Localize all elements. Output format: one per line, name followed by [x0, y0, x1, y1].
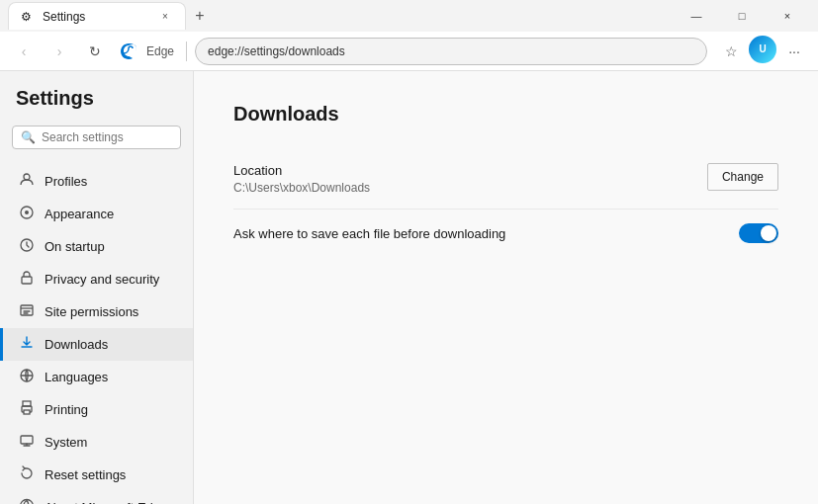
- refresh-button[interactable]: ↻: [79, 36, 111, 67]
- svg-point-0: [24, 174, 30, 180]
- page-title: Downloads: [233, 103, 778, 126]
- system-label: System: [45, 435, 87, 450]
- minimize-button[interactable]: —: [674, 0, 719, 32]
- profiles-label: Profiles: [45, 174, 87, 189]
- printing-icon: [19, 400, 35, 419]
- languages-icon: [19, 368, 35, 386]
- sidebar-item-startup[interactable]: On startup: [0, 230, 193, 263]
- more-button[interactable]: ···: [778, 36, 810, 67]
- appearance-icon: [19, 205, 35, 223]
- sidebar-item-languages[interactable]: Languages: [0, 361, 193, 393]
- sidebar-item-system[interactable]: System: [0, 426, 193, 459]
- about-label: About Microsoft Edge: [45, 500, 167, 504]
- tab-title: Settings: [43, 10, 85, 24]
- sidebar-item-site-permissions[interactable]: Site permissions: [0, 295, 193, 328]
- site-permissions-icon: [19, 302, 35, 321]
- profile-button[interactable]: U: [749, 36, 776, 63]
- svg-rect-4: [22, 277, 32, 284]
- reset-label: Reset settings: [45, 467, 126, 482]
- nav-divider: [186, 42, 187, 61]
- downloads-settings: Location C:\Users\xbox\Downloads Change …: [233, 149, 778, 257]
- sidebar-item-downloads[interactable]: Downloads: [0, 328, 193, 361]
- address-text: edge://settings/downloads: [208, 44, 694, 58]
- favorites-button[interactable]: ☆: [715, 36, 747, 67]
- close-tab-button[interactable]: ×: [157, 9, 173, 25]
- search-icon: 🔍: [21, 130, 36, 144]
- startup-label: On startup: [45, 239, 105, 254]
- sidebar-title: Settings: [0, 87, 193, 126]
- sidebar-item-about[interactable]: About Microsoft Edge: [0, 491, 193, 504]
- sidebar-item-reset[interactable]: Reset settings: [0, 459, 193, 491]
- sidebar-item-privacy[interactable]: Privacy and security: [0, 263, 193, 295]
- svg-rect-10: [21, 436, 33, 444]
- ask-toggle-row: Ask where to save each file before downl…: [233, 210, 778, 257]
- appearance-label: Appearance: [45, 207, 114, 221]
- browser-tab[interactable]: ⚙ Settings ×: [8, 2, 186, 30]
- new-tab-button[interactable]: +: [186, 2, 214, 30]
- svg-rect-9: [24, 410, 30, 414]
- sidebar-item-profiles[interactable]: Profiles: [0, 165, 193, 198]
- privacy-icon: [19, 270, 35, 289]
- nav-right-buttons: ☆ U ···: [715, 36, 810, 67]
- ask-toggle[interactable]: [739, 223, 778, 243]
- downloads-label: Downloads: [45, 337, 108, 352]
- tab-icon: ⚙: [21, 10, 35, 24]
- forward-button[interactable]: ›: [44, 36, 75, 67]
- location-value: C:\Users\xbox\Downloads: [233, 181, 707, 195]
- startup-icon: [19, 237, 35, 256]
- sidebar-item-printing[interactable]: Printing: [0, 393, 193, 426]
- location-row: Location C:\Users\xbox\Downloads Change: [233, 149, 778, 210]
- svg-rect-7: [23, 401, 31, 406]
- svg-point-2: [25, 210, 29, 214]
- location-label: Location: [233, 163, 707, 178]
- back-button[interactable]: ‹: [8, 36, 40, 67]
- close-window-button[interactable]: ×: [765, 0, 810, 32]
- about-icon: [19, 498, 35, 504]
- printing-label: Printing: [45, 402, 88, 417]
- maximize-button[interactable]: □: [719, 0, 765, 32]
- search-box[interactable]: 🔍: [12, 126, 181, 149]
- sidebar: Settings 🔍 Profiles Appearance On startu…: [0, 71, 194, 504]
- titlebar: ⚙ Settings × + — □ ×: [0, 0, 818, 32]
- privacy-label: Privacy and security: [45, 272, 159, 287]
- ask-label: Ask where to save each file before downl…: [233, 226, 739, 241]
- system-icon: [19, 433, 35, 452]
- toggle-knob: [761, 225, 776, 241]
- site-permissions-label: Site permissions: [45, 304, 138, 319]
- window-controls: — □ ×: [674, 0, 810, 32]
- content-area: Downloads Location C:\Users\xbox\Downloa…: [194, 71, 818, 504]
- address-bar[interactable]: edge://settings/downloads: [195, 38, 707, 65]
- reset-icon: [19, 465, 35, 484]
- change-location-button[interactable]: Change: [707, 163, 778, 191]
- search-input[interactable]: [42, 130, 172, 144]
- edge-logo-icon: [119, 42, 138, 61]
- sidebar-item-appearance[interactable]: Appearance: [0, 198, 193, 230]
- downloads-icon: [19, 335, 35, 354]
- main-layout: Settings 🔍 Profiles Appearance On startu…: [0, 71, 818, 504]
- profiles-icon: [19, 172, 35, 191]
- languages-label: Languages: [45, 370, 108, 384]
- location-info: Location C:\Users\xbox\Downloads: [233, 163, 707, 195]
- navbar: ‹ › ↻ Edge edge://settings/downloads ☆ U…: [0, 32, 818, 71]
- edge-label: Edge: [146, 44, 174, 58]
